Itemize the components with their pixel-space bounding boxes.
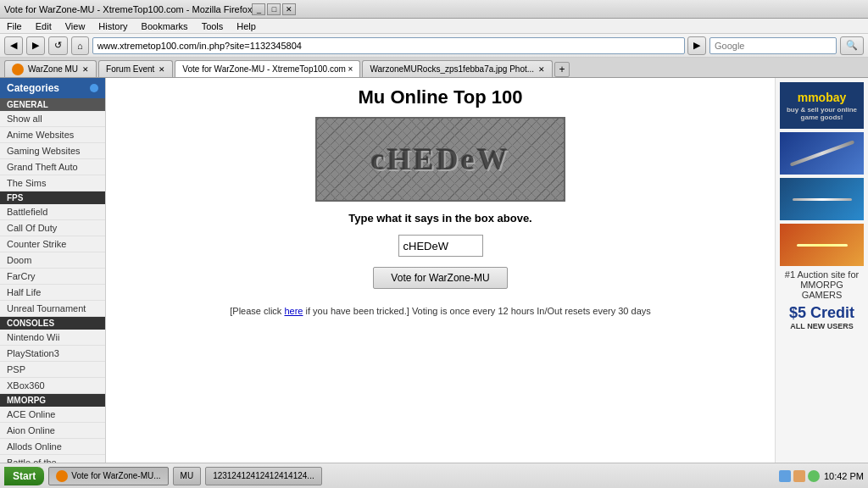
sidebar-item-cs[interactable]: Counter Strike — [0, 236, 105, 252]
sidebar-item-ps3[interactable]: PlayStation3 — [0, 346, 105, 362]
captcha-image: cHEDeW — [315, 117, 565, 202]
tab-close-photo[interactable]: ✕ — [538, 65, 545, 74]
sidebar-item-battle[interactable]: Battle of the Immortals — [0, 455, 105, 463]
menu-history[interactable]: History — [96, 20, 130, 32]
ad-panel: mmobay buy & sell your online game goods… — [775, 78, 868, 463]
maximize-button[interactable]: □ — [267, 3, 281, 15]
ad-image-2[interactable] — [780, 178, 864, 220]
tab-close-warzone[interactable]: ✕ — [82, 65, 89, 74]
notice-text: [Please click here if you have been tric… — [123, 306, 758, 316]
tab-label: WarzoneMURocks_zps1febba7a.jpg Phot... — [370, 64, 534, 74]
sidebar-item-farcry[interactable]: FarCry — [0, 269, 105, 285]
taskbar-item-vote[interactable]: Vote for WarZone-MU... — [48, 467, 168, 485]
captcha-instruction: Type what it says in the box above. — [123, 212, 758, 225]
sidebar-item-aion[interactable]: Aion Online — [0, 423, 105, 439]
captcha-text-display: cHEDeW — [371, 141, 510, 177]
taskbar-numbers-label: 12312412412412414124... — [213, 471, 314, 480]
section-label-fps: FPS — [0, 191, 105, 204]
sidebar-item-show-all[interactable]: Show all — [0, 111, 105, 127]
sidebar-item-ut[interactable]: Unreal Tournament — [0, 301, 105, 317]
taskbar-right: 10:42 PM — [779, 470, 864, 482]
menu-tools[interactable]: Tools — [199, 20, 226, 32]
start-button[interactable]: Start — [4, 467, 44, 485]
close-button[interactable]: ✕ — [282, 3, 296, 15]
tab-close-forum[interactable]: ✕ — [159, 65, 165, 74]
browser-content: Categories GENERAL Show all Anime Websit… — [0, 78, 868, 463]
firefox-icon — [12, 64, 24, 75]
vote-button[interactable]: Vote for WarZone-MU — [373, 267, 507, 289]
menu-edit[interactable]: Edit — [33, 20, 54, 32]
tab-vote-active[interactable]: Vote for WarZone-MU - XtremeTop100.com × — [175, 60, 360, 77]
ad-credit-amount: $5 Credit — [780, 304, 864, 322]
tab-photo[interactable]: WarzoneMURocks_zps1febba7a.jpg Phot... ✕ — [362, 60, 553, 77]
section-label-mmorpg: MMORPG — [0, 394, 105, 407]
ad-image-3[interactable] — [780, 224, 864, 266]
sidebar-item-battlefield[interactable]: Battlefield — [0, 204, 105, 220]
menu-file[interactable]: File — [4, 20, 25, 32]
main-content: Mu Online Top 100 cHEDeW Type what it sa… — [106, 78, 775, 463]
taskbar-mu-label: MU — [181, 471, 194, 480]
captcha-input-container — [123, 235, 758, 257]
sidebar-item-psp[interactable]: PSP — [0, 362, 105, 378]
taskbar-item-numbers[interactable]: 12312412412412414124... — [205, 467, 322, 485]
firefox-taskbar-icon — [56, 470, 68, 482]
forward-button[interactable]: ▶ — [26, 36, 45, 55]
sidebar-item-anime[interactable]: Anime Websites — [0, 127, 105, 143]
ad-banner-logo[interactable]: mmobay buy & sell your online game goods… — [780, 82, 864, 129]
ad-item-weapon — [797, 244, 848, 247]
sidebar-item-wii[interactable]: Nintendo Wii — [0, 330, 105, 346]
sidebar-item-xbox360[interactable]: XBox360 — [0, 378, 105, 394]
sidebar-dot — [90, 84, 98, 92]
address-bar[interactable] — [92, 37, 685, 54]
reload-button[interactable]: ↺ — [48, 36, 68, 55]
sword-icon — [789, 140, 854, 166]
search-button[interactable]: 🔍 — [840, 36, 864, 55]
go-button[interactable]: ▶ — [687, 36, 706, 55]
system-tray — [779, 470, 820, 482]
ad-logo-text: mmobay — [798, 91, 847, 104]
section-label-general: GENERAL — [0, 98, 105, 111]
minimize-button[interactable]: _ — [252, 3, 265, 15]
sidebar-item-ace[interactable]: ACE Online — [0, 407, 105, 423]
sidebar-item-sims[interactable]: The Sims — [0, 175, 105, 191]
menu-help[interactable]: Help — [234, 20, 259, 32]
sidebar-header: Categories — [0, 78, 105, 98]
tray-icon-3 — [808, 470, 820, 482]
page-title: Mu Online Top 100 — [123, 86, 758, 108]
ad-image-1[interactable] — [780, 132, 864, 175]
window-controls: _ □ ✕ — [252, 3, 296, 15]
search-bar[interactable] — [709, 37, 837, 54]
captcha-input[interactable] — [398, 235, 483, 257]
sidebar-item-doom[interactable]: Doom — [0, 252, 105, 269]
tray-icon-2 — [793, 470, 805, 482]
taskbar-item-mu[interactable]: MU — [173, 467, 202, 485]
taskbar-item-label: Vote for WarZone-MU... — [71, 471, 160, 480]
sidebar-item-gaming[interactable]: Gaming Websites — [0, 143, 105, 159]
menu-bar: File Edit View History Bookmarks Tools H… — [0, 19, 868, 34]
home-button[interactable]: ⌂ — [71, 36, 89, 55]
notice-suffix: if you have been tricked.] Voting is onc… — [306, 306, 651, 316]
sidebar-title: Categories — [7, 82, 59, 94]
sidebar: Categories GENERAL Show all Anime Websit… — [0, 78, 106, 463]
back-button[interactable]: ◀ — [4, 36, 23, 55]
browser-title: Vote for WarZone-MU - XtremeTop100.com -… — [4, 4, 252, 14]
ad-auction-text: #1 Auction site for MMORPG GAMERS — [780, 269, 864, 300]
vote-button-container: Vote for WarZone-MU — [123, 267, 758, 289]
address-bar-container: ▶ — [92, 36, 706, 55]
ad-credit-sub: ALL NEW USERS — [780, 322, 864, 330]
tab-label: WarZone MU — [28, 64, 78, 74]
tab-forum-event[interactable]: Forum Event ✕ — [98, 60, 173, 77]
ad-tagline: buy & sell your online game goods! — [782, 106, 861, 121]
browser-titlebar: Vote for WarZone-MU - XtremeTop100.com -… — [0, 0, 868, 19]
new-tab-button[interactable]: + — [554, 62, 570, 77]
tab-warzone-mu[interactable]: WarZone MU ✕ — [4, 60, 97, 77]
sidebar-item-gta[interactable]: Grand Theft Auto — [0, 159, 105, 175]
sidebar-item-halflife[interactable]: Half Life — [0, 285, 105, 301]
sidebar-item-cod[interactable]: Call Of Duty — [0, 220, 105, 236]
tabs-bar: WarZone MU ✕ Forum Event ✕ Vote for WarZ… — [0, 58, 868, 78]
menu-view[interactable]: View — [63, 20, 88, 32]
browser-toolbar: ◀ ▶ ↺ ⌂ ▶ 🔍 — [0, 34, 868, 58]
notice-link[interactable]: here — [284, 306, 303, 316]
sidebar-item-allods[interactable]: Allods Online — [0, 439, 105, 455]
menu-bookmarks[interactable]: Bookmarks — [139, 20, 191, 32]
